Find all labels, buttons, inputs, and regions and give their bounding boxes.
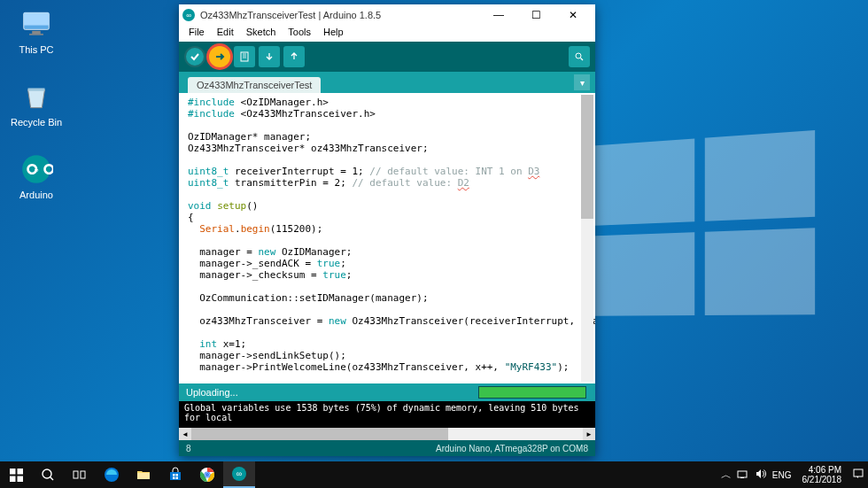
system-tray: ︿ ENG 4:06 PM 6/21/2018 [721,465,868,484]
arduino-ide-window: ∞ Oz433MhzTransceiverTest | Arduino 1.8.… [179,4,595,456]
console-line: Global variables use 1538 bytes (75%) of… [184,403,579,422]
menu-file[interactable]: File [182,26,211,42]
upload-progress-bar [478,386,586,399]
verify-button[interactable] [184,46,205,67]
pc-icon [19,7,53,41]
tray-language[interactable]: ENG [772,470,792,480]
windows-logo-wallpaper [593,129,815,315]
console-output[interactable]: Global variables use 1538 bytes (75%) of… [179,401,595,428]
svg-rect-17 [170,472,181,480]
menu-sketch[interactable]: Sketch [240,26,283,42]
svg-rect-2 [32,31,41,34]
code-editor[interactable]: #include <OzIDManager.h> #include <Oz433… [179,93,595,383]
new-button[interactable] [234,46,255,67]
svg-rect-1 [24,12,50,25]
tray-chevron-icon[interactable]: ︿ [721,468,732,483]
svg-rect-8 [10,469,16,475]
desktop-icon-arduino[interactable]: ∞ Arduino [4,152,69,200]
menu-tools[interactable]: Tools [282,26,317,42]
sketch-tab[interactable]: Oz433MhzTransceiverTest [188,77,321,93]
svg-rect-18 [173,474,175,476]
menu-edit[interactable]: Edit [211,26,240,42]
tab-menu-button[interactable]: ▾ [574,74,590,90]
svg-rect-9 [17,469,23,475]
tray-notifications-icon[interactable] [852,468,864,483]
svg-rect-16 [137,473,150,479]
menu-help[interactable]: Help [317,26,350,42]
svg-rect-20 [173,477,175,480]
line-number: 8 [186,444,191,453]
taskbar: ∞ ︿ ENG 4:06 PM 6/21/2018 [0,461,868,488]
svg-rect-13 [74,471,78,478]
tab-bar: Oz433MhzTransceiverTest ▾ [179,72,595,93]
code-content[interactable]: #include <OzIDManager.h> #include <Oz433… [179,93,595,376]
tray-volume-icon[interactable] [755,468,767,483]
svg-rect-11 [17,476,23,482]
desktop-icon-label: Arduino [19,190,53,200]
recycle-bin-icon [19,80,53,113]
status-text: Uploading... [186,387,238,398]
taskbar-chrome[interactable] [191,461,223,488]
minimize-button[interactable]: — [480,4,517,26]
upload-button[interactable] [209,46,230,67]
svg-text:∞: ∞ [236,469,242,478]
task-view-button[interactable] [64,461,96,488]
toolbar [179,42,595,72]
svg-rect-6 [241,52,248,61]
titlebar[interactable]: ∞ Oz433MhzTransceiverTest | Arduino 1.8.… [179,4,595,26]
arduino-app-icon: ∞ [182,9,195,21]
svg-rect-21 [176,477,179,480]
svg-rect-14 [81,471,85,478]
taskbar-edge[interactable] [96,461,128,488]
svg-point-7 [576,53,581,58]
menubar: File Edit Sketch Tools Help [179,26,595,42]
svg-rect-10 [10,476,16,482]
tray-time: 4:06 PM [802,465,842,475]
desktop-icon-recycle-bin[interactable]: Recycle Bin [4,80,69,128]
console-horizontal-scrollbar[interactable]: ◄ ► [179,428,595,440]
editor-vertical-scrollbar[interactable] [581,95,593,382]
taskbar-arduino[interactable]: ∞ [223,461,255,488]
svg-rect-3 [29,34,43,35]
serial-monitor-button[interactable] [569,46,590,67]
save-button[interactable] [283,46,305,67]
footer-bar: 8 Arduino Nano, ATmega328P on COM8 [179,440,595,456]
maximize-button[interactable]: ☐ [517,4,554,26]
svg-rect-29 [740,477,744,478]
svg-point-25 [205,473,209,476]
board-info: Arduino Nano, ATmega328P on COM8 [436,444,588,453]
tray-clock[interactable]: 4:06 PM 6/21/2018 [797,465,848,484]
arduino-icon: ∞ [19,152,53,186]
svg-rect-28 [738,471,747,477]
taskbar-explorer[interactable] [128,461,159,488]
tray-date: 6/21/2018 [802,475,842,484]
desktop-icon-this-pc[interactable]: This PC [4,7,69,55]
taskbar-store[interactable] [159,461,191,488]
window-title: Oz433MhzTransceiverTest | Arduino 1.8.5 [200,10,480,20]
tray-network-icon[interactable] [737,468,749,483]
desktop-icon-label: This PC [19,44,53,55]
desktop-icon-label: Recycle Bin [11,117,62,128]
svg-rect-19 [176,474,179,476]
search-button[interactable] [32,461,64,488]
status-bar: Uploading... [179,383,595,401]
svg-text:∞: ∞ [35,167,39,173]
close-button[interactable]: ✕ [554,4,592,26]
svg-rect-30 [854,469,863,476]
start-button[interactable] [0,461,32,488]
open-button[interactable] [259,46,280,67]
